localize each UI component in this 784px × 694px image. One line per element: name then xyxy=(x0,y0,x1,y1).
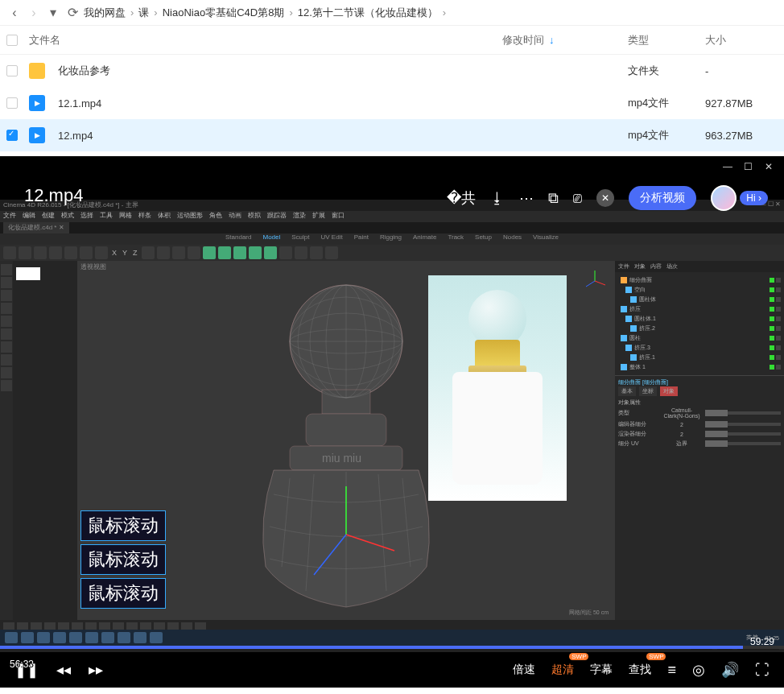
tool-button[interactable] xyxy=(157,246,170,259)
tool-button[interactable] xyxy=(34,246,47,259)
material-swatch[interactable] xyxy=(16,267,40,280)
taskbar-item[interactable] xyxy=(85,632,98,643)
c4d-tab[interactable]: 化妆品建模.c4d * ✕ xyxy=(3,222,69,233)
tool-button[interactable] xyxy=(295,246,307,259)
tool-button[interactable] xyxy=(64,246,77,259)
menu-item[interactable]: 网格 xyxy=(119,211,132,222)
mode-tab[interactable]: Model xyxy=(262,233,280,245)
crumb-1[interactable]: 课 xyxy=(138,6,149,20)
close-icon[interactable]: ✕ xyxy=(765,161,776,172)
c4d-menubar[interactable]: 文件编辑创建模式选择工具网格样条体积运动图形角色动画模拟跟踪器渲染扩展窗口 xyxy=(0,211,784,222)
object-manager-tabs[interactable]: 文件对象内容场次 xyxy=(615,261,784,272)
fullscreen-icon[interactable]: ⛶ xyxy=(755,662,770,679)
taskbar-item[interactable] xyxy=(69,632,82,643)
volume-icon[interactable]: 🔊 xyxy=(721,661,739,679)
avatar[interactable]: Hi › xyxy=(711,185,768,211)
left-tool[interactable] xyxy=(1,341,12,353)
minimize-icon[interactable]: — xyxy=(723,161,734,172)
menu-item[interactable]: 渲染 xyxy=(293,211,306,222)
menu-item[interactable]: 文件 xyxy=(3,211,16,222)
tool-button[interactable] xyxy=(3,246,16,259)
taskbar-item[interactable] xyxy=(134,632,146,643)
c4d-viewport[interactable]: 透视视图 xyxy=(77,261,615,620)
prev-button[interactable]: ◂◂ xyxy=(56,661,71,679)
mode-tab[interactable]: Track xyxy=(448,233,464,245)
menu-item[interactable]: 模式 xyxy=(61,211,74,222)
row-checkbox[interactable] xyxy=(6,130,18,141)
tree-row[interactable]: 圆柱体.1 xyxy=(618,314,781,324)
file-row[interactable]: 12.1.mp4 mp4文件 927.87MB xyxy=(0,87,784,119)
mode-tab[interactable]: Rigging xyxy=(380,233,402,245)
attr-row[interactable]: 细分 UV边界 xyxy=(618,439,781,448)
menu-item[interactable]: 模拟 xyxy=(248,211,261,222)
left-tool[interactable] xyxy=(1,354,12,366)
tool-button[interactable] xyxy=(218,246,231,259)
tool-button[interactable] xyxy=(310,246,323,259)
attr-tab-basic[interactable]: 基本 xyxy=(618,386,636,396)
nav-back-icon[interactable]: ‹ xyxy=(6,5,23,21)
search-button[interactable]: 查找SWP xyxy=(629,663,651,677)
tool-button[interactable] xyxy=(80,246,93,259)
close-overlay-icon[interactable]: ✕ xyxy=(596,189,614,207)
mode-tab[interactable]: Sculpt xyxy=(291,233,309,245)
col-header-size[interactable]: 大小 xyxy=(705,33,778,48)
mode-tab[interactable]: UV Edit xyxy=(321,233,343,245)
tool-button[interactable] xyxy=(95,246,108,259)
tool-button[interactable] xyxy=(188,246,200,259)
tool-button[interactable] xyxy=(19,246,31,259)
crumb-2[interactable]: NiaoNiao零基础C4D第8期 xyxy=(163,6,285,20)
mode-tab[interactable]: Nodes xyxy=(503,233,522,245)
nav-dropdown-icon[interactable]: ▾ xyxy=(45,5,61,21)
file-row[interactable]: 化妆品参考 文件夹 - xyxy=(0,55,784,87)
menu-item[interactable]: 动画 xyxy=(229,211,241,222)
tree-row[interactable]: 空白 xyxy=(618,285,781,295)
left-tool[interactable] xyxy=(1,316,12,327)
mode-tab[interactable]: Setup xyxy=(475,233,492,245)
taskbar-item[interactable] xyxy=(101,632,114,643)
c4d-document-tabs[interactable]: 化妆品建模.c4d * ✕ xyxy=(0,222,784,233)
taskbar-item[interactable] xyxy=(118,632,130,643)
playlist-icon[interactable]: ≡ xyxy=(667,662,676,679)
left-tool[interactable] xyxy=(1,303,12,314)
col-header-name[interactable]: 文件名 xyxy=(23,33,502,48)
tool-button[interactable] xyxy=(172,246,185,259)
left-tool[interactable] xyxy=(1,277,12,288)
attr-tab-object[interactable]: 对象 xyxy=(660,386,678,396)
tool-button[interactable] xyxy=(49,246,62,259)
menu-item[interactable]: 体积 xyxy=(158,211,171,222)
taskbar-item[interactable] xyxy=(150,632,163,643)
tool-button[interactable] xyxy=(264,246,277,259)
cast-icon[interactable]: ⎚ xyxy=(573,190,582,207)
tool-button[interactable] xyxy=(203,246,216,259)
axis-x[interactable]: X xyxy=(110,249,118,257)
tree-row[interactable]: 挤压.1 xyxy=(618,353,781,362)
progress-bar[interactable] xyxy=(0,646,784,649)
attr-row[interactable]: 编辑器细分2 xyxy=(618,419,781,429)
taskbar-item[interactable] xyxy=(5,632,18,643)
menu-item[interactable]: 样条 xyxy=(138,211,151,222)
share-icon[interactable]: �共 xyxy=(447,188,476,208)
quality-button[interactable]: 超清SWP xyxy=(551,663,574,677)
select-all-checkbox[interactable] xyxy=(6,35,18,46)
attr-tab-coord[interactable]: 坐标 xyxy=(639,386,657,396)
attr-tabs[interactable]: 基本 坐标 对象 xyxy=(618,386,781,396)
tree-row[interactable]: 圆柱 xyxy=(618,333,781,343)
download-icon[interactable]: ⭳ xyxy=(490,190,505,207)
axis-z[interactable]: Z xyxy=(131,249,139,257)
taskbar-item[interactable] xyxy=(53,632,66,643)
speed-button[interactable]: 倍速 xyxy=(513,663,535,677)
menu-item[interactable]: 运动图形 xyxy=(177,211,203,222)
left-tool[interactable] xyxy=(1,328,12,340)
axis-gizmo-icon[interactable] xyxy=(583,269,607,293)
subtitle-button[interactable]: 字幕 xyxy=(590,663,613,677)
left-tool[interactable] xyxy=(1,290,12,301)
settings-icon[interactable]: ◎ xyxy=(692,661,705,679)
taskbar-item[interactable] xyxy=(37,632,50,643)
tool-button[interactable] xyxy=(142,246,155,259)
tree-row[interactable]: 圆柱体 xyxy=(618,295,781,304)
nav-refresh-icon[interactable]: ⟳ xyxy=(64,5,80,21)
next-button[interactable]: ▸▸ xyxy=(89,661,103,679)
tree-row[interactable]: 挤压.3 xyxy=(618,343,781,353)
menu-item[interactable]: 窗口 xyxy=(332,211,345,222)
c4d-mode-bar[interactable]: StandardModelSculptUV EditPaintRiggingAn… xyxy=(0,233,784,245)
